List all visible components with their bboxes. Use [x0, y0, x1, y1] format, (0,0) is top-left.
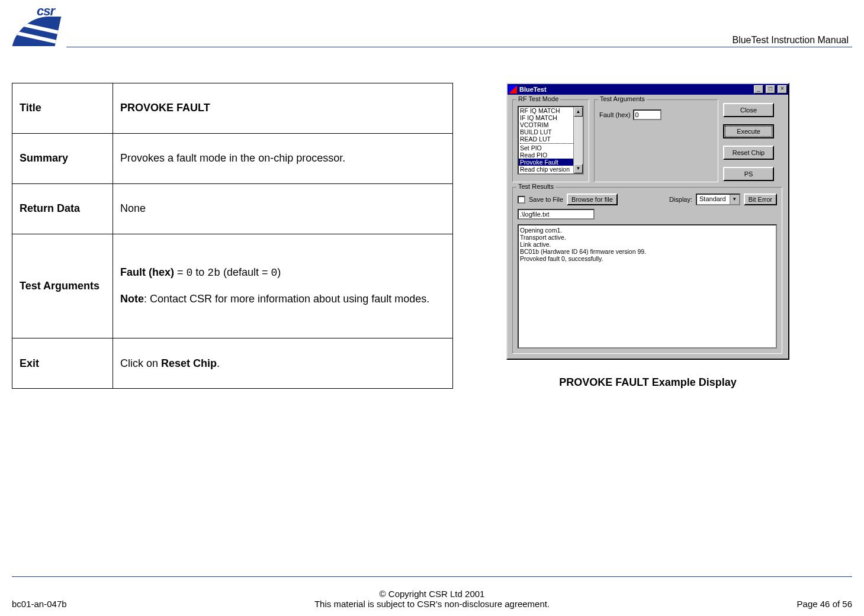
test-results-group: Test Results Save to File Browse for fil… [512, 187, 782, 354]
save-to-file-label: Save to File [529, 196, 563, 203]
row-label: Exit [12, 338, 113, 389]
screenshot-column: BlueTest _ □ × RF Test Mode RF IQ MATCH … [506, 83, 789, 389]
spec-table: Title PROVOKE FAULT Summary Provokes a f… [12, 83, 453, 389]
logo-graphic [12, 17, 62, 46]
test-arguments-group: Test Arguments Fault (hex) [594, 99, 718, 182]
save-to-file-checkbox[interactable] [518, 196, 525, 204]
group-legend: Test Arguments [598, 95, 647, 102]
execute-button[interactable]: Execute [723, 124, 774, 138]
document-title: BlueTest Instruction Manual [732, 35, 849, 46]
ps-button[interactable]: PS [723, 167, 774, 181]
row-value: Provokes a fault mode in the on-chip pro… [113, 133, 453, 183]
minimize-button[interactable]: _ [754, 85, 763, 93]
reset-chip-button[interactable]: Reset Chip [723, 146, 774, 160]
row-value: Click on Reset Chip. [113, 338, 453, 389]
nda-notice: This material is subject to CSR's non-di… [130, 599, 734, 609]
page-number: Page 46 of 56 [734, 599, 852, 609]
page-footer: bc01-an-047b © Copyright CSR Ltd 2001 Th… [12, 589, 852, 609]
group-legend: Test Results [516, 183, 555, 190]
arg-name: Fault (hex) [120, 266, 174, 278]
bit-error-button[interactable]: Bit Error [744, 193, 777, 205]
app-icon [509, 85, 517, 93]
group-legend: RF Test Mode [516, 95, 560, 102]
table-row: Summary Provokes a fault mode in the on-… [12, 133, 453, 183]
display-combo[interactable]: Standard ▼ [696, 193, 740, 205]
exit-button-ref: Reset Chip [161, 357, 217, 369]
log-output: Opening com1. Transport active. Link act… [518, 224, 777, 349]
list-separator [520, 143, 582, 144]
maximize-button[interactable]: □ [766, 85, 775, 93]
table-row: Exit Click on Reset Chip. [12, 338, 453, 389]
copyright: © Copyright CSR Ltd 2001 [130, 589, 734, 599]
page-header: csr BlueTest Instruction Manual [12, 0, 852, 47]
row-value: None [113, 183, 453, 234]
row-label: Title [12, 83, 113, 134]
row-label: Return Data [12, 183, 113, 234]
logfile-path-input[interactable] [518, 209, 595, 220]
scrollbar[interactable]: ▲ ▼ [573, 107, 583, 173]
display-label: Display: [669, 196, 692, 203]
fault-hex-input[interactable] [633, 109, 661, 120]
window-title: BlueTest [519, 86, 751, 93]
titlebar[interactable]: BlueTest _ □ × [508, 84, 788, 95]
row-value: PROVOKE FAULT [113, 83, 453, 134]
footer-center: © Copyright CSR Ltd 2001 This material i… [130, 589, 734, 609]
button-column: Close Execute Reset Chip PS [723, 99, 774, 182]
fault-hex-label: Fault (hex) [599, 111, 631, 118]
table-row: Title PROVOKE FAULT [12, 83, 453, 134]
chevron-down-icon[interactable]: ▼ [730, 195, 739, 204]
table-row: Test Arguments Fault (hex) = 0 to 2b (de… [12, 234, 453, 338]
rf-test-mode-group: RF Test Mode RF IQ MATCH IF IQ MATCH VCO… [512, 99, 589, 182]
rf-test-listbox[interactable]: RF IQ MATCH IF IQ MATCH VCOTRIM BUILD LU… [518, 106, 584, 175]
note-text: : Contact CSR for more information about… [144, 293, 429, 305]
footer-rule [12, 576, 852, 577]
footer-doc-id: bc01-an-047b [12, 599, 130, 609]
combo-value: Standard [697, 195, 730, 204]
note-label: Note [120, 293, 144, 305]
logo: csr [12, 1, 59, 47]
table-row: Return Data None [12, 183, 453, 234]
figure-caption: PROVOKE FAULT Example Display [506, 376, 789, 389]
browse-button[interactable]: Browse for file [567, 193, 618, 205]
bluetest-window: BlueTest _ □ × RF Test Mode RF IQ MATCH … [506, 83, 789, 360]
scroll-up-button[interactable]: ▲ [574, 107, 583, 117]
close-window-button[interactable]: × [778, 85, 787, 93]
row-label: Test Arguments [12, 234, 113, 338]
scroll-down-button[interactable]: ▼ [574, 164, 583, 173]
close-button[interactable]: Close [723, 103, 774, 117]
row-label: Summary [12, 133, 113, 183]
header-rule: BlueTest Instruction Manual [66, 0, 852, 47]
row-value: Fault (hex) = 0 to 2b (default = 0) Note… [113, 234, 453, 338]
